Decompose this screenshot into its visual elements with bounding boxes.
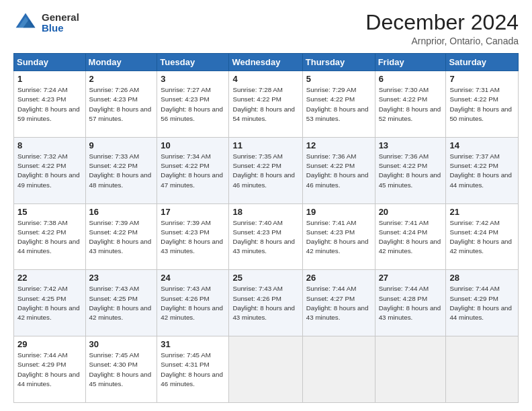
day-info: Sunrise: 7:27 AMSunset: 4:23 PMDaylight:… bbox=[161, 85, 225, 124]
day-number: 28 bbox=[449, 273, 515, 283]
day-number: 18 bbox=[232, 207, 298, 217]
day-info: Sunrise: 7:39 AMSunset: 4:22 PMDaylight:… bbox=[89, 218, 154, 257]
calendar-cell: 22 Sunrise: 7:42 AMSunset: 4:25 PMDaylig… bbox=[14, 270, 86, 336]
day-info: Sunrise: 7:44 AMSunset: 4:29 PMDaylight:… bbox=[17, 351, 82, 389]
calendar-cell: 8 Sunrise: 7:32 AMSunset: 4:22 PMDayligh… bbox=[14, 137, 86, 203]
calendar-cell: 9 Sunrise: 7:33 AMSunset: 4:22 PMDayligh… bbox=[85, 137, 157, 203]
day-info: Sunrise: 7:44 AMSunset: 4:28 PMDaylight:… bbox=[379, 284, 443, 322]
day-number: 26 bbox=[306, 273, 371, 283]
day-number: 17 bbox=[161, 207, 225, 217]
day-info: Sunrise: 7:36 AMSunset: 4:22 PMDaylight:… bbox=[379, 152, 443, 190]
calendar-cell: 17 Sunrise: 7:39 AMSunset: 4:23 PMDaylig… bbox=[157, 203, 229, 270]
calendar-cell bbox=[229, 336, 302, 403]
day-info: Sunrise: 7:33 AMSunset: 4:22 PMDaylight:… bbox=[89, 152, 154, 190]
day-info: Sunrise: 7:36 AMSunset: 4:22 PMDaylight:… bbox=[306, 152, 371, 190]
calendar-week-2: 8 Sunrise: 7:32 AMSunset: 4:22 PMDayligh… bbox=[14, 137, 519, 203]
calendar-week-4: 22 Sunrise: 7:42 AMSunset: 4:25 PMDaylig… bbox=[14, 270, 519, 336]
day-info: Sunrise: 7:37 AMSunset: 4:22 PMDaylight:… bbox=[449, 152, 515, 190]
day-info: Sunrise: 7:38 AMSunset: 4:22 PMDaylight:… bbox=[17, 218, 82, 257]
logo-general: General bbox=[42, 12, 79, 24]
logo-icon bbox=[13, 11, 38, 35]
calendar-cell: 18 Sunrise: 7:40 AMSunset: 4:23 PMDaylig… bbox=[229, 203, 302, 270]
day-number: 3 bbox=[161, 74, 225, 84]
col-saturday: Saturday bbox=[446, 54, 519, 71]
day-info: Sunrise: 7:41 AMSunset: 4:23 PMDaylight:… bbox=[306, 218, 371, 257]
header: General Blue December 2024 Arnprior, Ont… bbox=[13, 11, 519, 46]
day-number: 29 bbox=[17, 339, 82, 349]
day-info: Sunrise: 7:42 AMSunset: 4:25 PMDaylight:… bbox=[17, 284, 82, 322]
title-block: December 2024 Arnprior, Ontario, Canada bbox=[365, 11, 519, 46]
day-number: 11 bbox=[232, 140, 298, 150]
day-info: Sunrise: 7:29 AMSunset: 4:22 PMDaylight:… bbox=[306, 85, 371, 124]
calendar-cell: 6 Sunrise: 7:30 AMSunset: 4:22 PMDayligh… bbox=[375, 71, 446, 138]
calendar-cell: 23 Sunrise: 7:43 AMSunset: 4:25 PMDaylig… bbox=[85, 270, 157, 336]
day-info: Sunrise: 7:44 AMSunset: 4:27 PMDaylight:… bbox=[306, 284, 371, 322]
calendar-table: Sunday Monday Tuesday Wednesday Thursday… bbox=[13, 53, 519, 403]
calendar-cell: 4 Sunrise: 7:28 AMSunset: 4:22 PMDayligh… bbox=[229, 71, 302, 138]
calendar-cell: 7 Sunrise: 7:31 AMSunset: 4:22 PMDayligh… bbox=[446, 71, 519, 138]
calendar-week-5: 29 Sunrise: 7:44 AMSunset: 4:29 PMDaylig… bbox=[14, 336, 519, 403]
calendar-cell: 1 Sunrise: 7:24 AMSunset: 4:23 PMDayligh… bbox=[14, 71, 86, 138]
day-number: 30 bbox=[89, 339, 154, 349]
day-number: 12 bbox=[306, 140, 371, 150]
day-info: Sunrise: 7:44 AMSunset: 4:29 PMDaylight:… bbox=[449, 284, 515, 322]
day-number: 31 bbox=[161, 339, 225, 349]
day-info: Sunrise: 7:41 AMSunset: 4:24 PMDaylight:… bbox=[379, 218, 443, 257]
day-number: 23 bbox=[89, 273, 154, 283]
day-info: Sunrise: 7:31 AMSunset: 4:22 PMDaylight:… bbox=[449, 85, 515, 124]
calendar-week-1: 1 Sunrise: 7:24 AMSunset: 4:23 PMDayligh… bbox=[14, 71, 519, 138]
day-number: 10 bbox=[161, 140, 225, 150]
logo-blue: Blue bbox=[42, 23, 79, 34]
day-number: 19 bbox=[306, 207, 371, 217]
col-friday: Friday bbox=[375, 54, 446, 71]
col-thursday: Thursday bbox=[302, 54, 375, 71]
calendar-cell: 27 Sunrise: 7:44 AMSunset: 4:28 PMDaylig… bbox=[375, 270, 446, 336]
day-info: Sunrise: 7:34 AMSunset: 4:22 PMDaylight:… bbox=[161, 152, 225, 190]
day-info: Sunrise: 7:40 AMSunset: 4:23 PMDaylight:… bbox=[232, 218, 298, 257]
day-number: 6 bbox=[379, 74, 443, 84]
subtitle: Arnprior, Ontario, Canada bbox=[365, 36, 519, 46]
day-number: 1 bbox=[17, 74, 82, 84]
calendar-cell: 25 Sunrise: 7:43 AMSunset: 4:26 PMDaylig… bbox=[229, 270, 302, 336]
day-number: 7 bbox=[449, 74, 515, 84]
calendar-week-3: 15 Sunrise: 7:38 AMSunset: 4:22 PMDaylig… bbox=[14, 203, 519, 270]
calendar-cell: 29 Sunrise: 7:44 AMSunset: 4:29 PMDaylig… bbox=[14, 336, 86, 403]
calendar-cell: 31 Sunrise: 7:45 AMSunset: 4:31 PMDaylig… bbox=[157, 336, 229, 403]
day-number: 13 bbox=[379, 140, 443, 150]
calendar-cell: 14 Sunrise: 7:37 AMSunset: 4:22 PMDaylig… bbox=[446, 137, 519, 203]
day-number: 27 bbox=[379, 273, 443, 283]
day-info: Sunrise: 7:26 AMSunset: 4:23 PMDaylight:… bbox=[89, 85, 154, 124]
calendar-header-row: Sunday Monday Tuesday Wednesday Thursday… bbox=[14, 54, 519, 71]
calendar-cell: 30 Sunrise: 7:45 AMSunset: 4:30 PMDaylig… bbox=[85, 336, 157, 403]
day-info: Sunrise: 7:35 AMSunset: 4:22 PMDaylight:… bbox=[232, 152, 298, 190]
day-number: 22 bbox=[17, 273, 82, 283]
col-monday: Monday bbox=[85, 54, 157, 71]
calendar-cell: 3 Sunrise: 7:27 AMSunset: 4:23 PMDayligh… bbox=[157, 71, 229, 138]
day-info: Sunrise: 7:28 AMSunset: 4:22 PMDaylight:… bbox=[232, 85, 298, 124]
calendar-cell: 11 Sunrise: 7:35 AMSunset: 4:22 PMDaylig… bbox=[229, 137, 302, 203]
calendar-cell: 21 Sunrise: 7:42 AMSunset: 4:24 PMDaylig… bbox=[446, 203, 519, 270]
day-number: 16 bbox=[89, 207, 154, 217]
day-number: 8 bbox=[17, 140, 82, 150]
day-number: 4 bbox=[232, 74, 298, 84]
day-number: 20 bbox=[379, 207, 443, 217]
day-number: 5 bbox=[306, 74, 371, 84]
calendar-cell: 15 Sunrise: 7:38 AMSunset: 4:22 PMDaylig… bbox=[14, 203, 86, 270]
day-info: Sunrise: 7:39 AMSunset: 4:23 PMDaylight:… bbox=[161, 218, 225, 257]
day-info: Sunrise: 7:24 AMSunset: 4:23 PMDaylight:… bbox=[17, 85, 82, 124]
calendar-cell: 5 Sunrise: 7:29 AMSunset: 4:22 PMDayligh… bbox=[302, 71, 375, 138]
calendar-cell: 26 Sunrise: 7:44 AMSunset: 4:27 PMDaylig… bbox=[302, 270, 375, 336]
calendar-cell: 12 Sunrise: 7:36 AMSunset: 4:22 PMDaylig… bbox=[302, 137, 375, 203]
calendar-cell: 24 Sunrise: 7:43 AMSunset: 4:26 PMDaylig… bbox=[157, 270, 229, 336]
calendar-cell: 20 Sunrise: 7:41 AMSunset: 4:24 PMDaylig… bbox=[375, 203, 446, 270]
day-info: Sunrise: 7:32 AMSunset: 4:22 PMDaylight:… bbox=[17, 152, 82, 190]
day-number: 15 bbox=[17, 207, 82, 217]
day-info: Sunrise: 7:43 AMSunset: 4:25 PMDaylight:… bbox=[89, 284, 154, 322]
day-number: 14 bbox=[449, 140, 515, 150]
logo-text: General Blue bbox=[42, 12, 79, 34]
day-number: 21 bbox=[449, 207, 515, 217]
day-info: Sunrise: 7:43 AMSunset: 4:26 PMDaylight:… bbox=[161, 284, 225, 322]
calendar-cell bbox=[446, 336, 519, 403]
day-info: Sunrise: 7:45 AMSunset: 4:30 PMDaylight:… bbox=[89, 351, 154, 389]
col-wednesday: Wednesday bbox=[229, 54, 302, 71]
